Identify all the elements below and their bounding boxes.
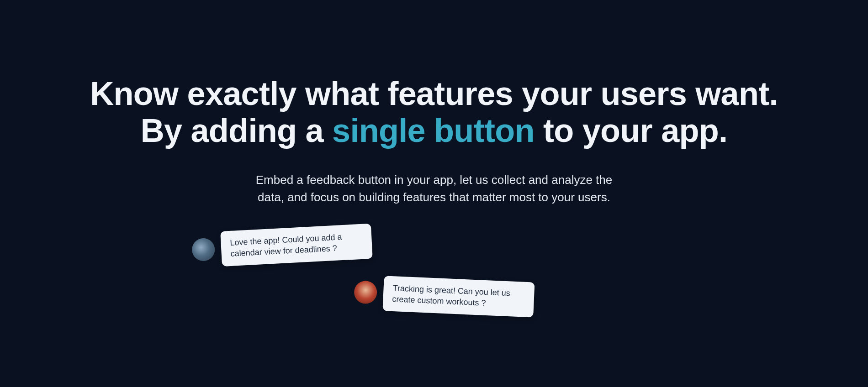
- headline-suffix: to your app.: [535, 112, 728, 149]
- feedback-item: Tracking is great! Can you let us create…: [354, 274, 535, 317]
- hero-section: Know exactly what features your users wa…: [0, 0, 868, 206]
- headline-highlight: single button: [332, 112, 535, 149]
- feedback-bubble: Tracking is great! Can you let us create…: [382, 276, 535, 317]
- feedback-item: Love the app! Could you add a calendar v…: [191, 224, 372, 268]
- avatar: [354, 281, 377, 304]
- avatar: [191, 238, 216, 262]
- headline: Know exactly what features your users wa…: [90, 75, 778, 149]
- feedback-bubble: Love the app! Could you add a calendar v…: [220, 224, 373, 267]
- subheadline: Embed a feedback button in your app, let…: [247, 172, 621, 206]
